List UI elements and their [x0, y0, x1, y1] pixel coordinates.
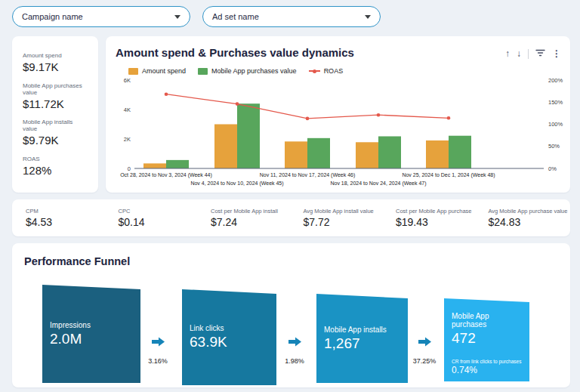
scorecard-amount-spend: Amount spend $9.17K	[23, 52, 88, 73]
roas-line[interactable]	[166, 94, 449, 119]
funnel-sub-value: 0.74%	[452, 365, 522, 375]
bar-purchases-week-4[interactable]	[449, 136, 471, 168]
funnel-transition-3: 37.25%	[403, 337, 446, 365]
kpi-value: $0.14	[119, 216, 199, 228]
funnel-step-label: Mobile App installs	[324, 326, 400, 334]
left-axis-tick: 4K	[124, 106, 131, 113]
campaign-filter-dropdown[interactable]: Campaign name	[12, 6, 190, 27]
bar-spend-week-1[interactable]	[214, 125, 237, 169]
right-axis-tick: 200%	[548, 77, 563, 84]
scorecard-panel: Amount spend $9.17K Mobile App purchases…	[12, 36, 98, 193]
kpi-value: $7.24	[211, 216, 292, 228]
conversion-rate: 1.98%	[285, 357, 304, 365]
bar-spend-week-4[interactable]	[426, 140, 449, 168]
funnel-step-value: 472	[452, 330, 522, 347]
kpi-value: $4.53	[26, 216, 106, 228]
scorecard-installs-value: Mobile App installs value $9.79K	[23, 119, 88, 147]
chevron-down-icon	[174, 15, 180, 19]
roas-point-week-0[interactable]	[165, 92, 168, 96]
adset-filter-label: Ad set name	[212, 12, 365, 21]
roas-point-week-2[interactable]	[306, 117, 310, 121]
x-axis-label-week-4: Nov 25, 2024 to Dec 1, 2024 (Week 48)	[402, 172, 495, 178]
left-axis-tick: 0	[128, 165, 131, 172]
adset-filter-dropdown[interactable]: Ad set name	[202, 6, 381, 27]
kpi-strip: CPM $4.53 CPC $0.14 Cost per Mobile App …	[12, 199, 570, 236]
dynamics-chart-card: Amount spend & Purchases value dynamics …	[106, 36, 570, 193]
metric-value: $9.17K	[23, 60, 88, 73]
funnel-step-value: 63.9K	[190, 334, 269, 350]
scorecard-roas: ROAS 128%	[23, 156, 88, 177]
x-axis-label-week-2: Nov 11, 2024 to Nov 17, 2024 (Week 46)	[260, 172, 356, 178]
funnel-step-label: Mobile App purchases	[452, 312, 522, 329]
metric-label: Mobile App purchases value	[23, 82, 88, 96]
roas-point-week-1[interactable]	[236, 102, 239, 106]
kpi-label: Avg Mobile App purchase value	[489, 208, 569, 215]
metric-label: Mobile App installs value	[23, 119, 88, 132]
kpi-label: CPC	[119, 208, 199, 215]
left-axis-tick: 6K	[124, 77, 131, 84]
right-axis-tick: 0%	[548, 165, 557, 172]
kpi-cost-per-purchase: Cost per Mobile App purchase $19.43	[384, 208, 477, 228]
right-arrow-icon	[152, 337, 165, 347]
kpi-label: CPM	[26, 208, 106, 215]
performance-funnel-card: Performance Funnel Impressions 2.0M Link…	[12, 243, 570, 387]
metric-value: 128%	[23, 164, 88, 177]
funnel-sub-label: CR from link clicks to purchases	[452, 359, 522, 364]
kpi-cpc: CPC $0.14	[106, 208, 199, 228]
bar-purchases-week-2[interactable]	[307, 138, 330, 168]
funnel-title: Performance Funnel	[24, 255, 130, 267]
funnel-step-impressions[interactable]: Impressions 2.0M	[42, 285, 140, 383]
kpi-value: $24.83	[489, 216, 569, 228]
right-axis-tick: 50%	[548, 143, 560, 150]
kpi-avg-purchase-value: Avg Mobile App purchase value $24.83	[477, 208, 569, 228]
bar-purchases-week-3[interactable]	[378, 136, 401, 168]
bar-spend-week-0[interactable]	[143, 163, 166, 168]
roas-point-week-3[interactable]	[377, 113, 381, 117]
roas-point-week-4[interactable]	[447, 116, 451, 120]
funnel-step-value: 2.0M	[50, 331, 133, 347]
scorecard-purchases-value: Mobile App purchases value $11.72K	[23, 82, 88, 110]
right-arrow-icon	[288, 337, 301, 347]
x-axis-label-week-0: Oct 28, 2024 to Nov 3, 2024 (Week 44)	[120, 172, 212, 178]
chevron-down-icon	[365, 15, 371, 19]
funnel-step-label: Link clicks	[190, 324, 269, 332]
kpi-label: Avg Mobile App install value	[304, 208, 384, 215]
funnel-step-link-clicks[interactable]: Link clicks 63.9K	[182, 289, 276, 385]
kpi-cpm: CPM $4.53	[14, 208, 106, 228]
campaign-filter-label: Campaign name	[22, 12, 174, 21]
metric-value: $9.79K	[23, 134, 88, 147]
kpi-avg-install-value: Avg Mobile App install value $7.72	[292, 208, 384, 228]
bar-purchases-week-0[interactable]	[166, 160, 189, 168]
right-arrow-icon	[418, 337, 431, 347]
kpi-value: $19.43	[396, 216, 477, 228]
bar-spend-week-2[interactable]	[285, 141, 307, 168]
kpi-value: $7.72	[304, 216, 384, 228]
funnel-step-label: Impressions	[50, 321, 133, 329]
funnel-step-purchases[interactable]: Mobile App purchases 472 CR from link cl…	[444, 298, 529, 381]
combo-chart-plot[interactable]: 02K4K6K0%50%100%150%200%Oct 28, 2024 to …	[106, 36, 570, 193]
kpi-label: Cost per Mobile App purchase	[396, 208, 477, 215]
funnel-step-value: 1,267	[324, 335, 400, 352]
kpi-cost-per-install: Cost per Mobile App install $7.24	[199, 208, 292, 228]
conversion-rate: 3.16%	[148, 357, 168, 365]
metric-label: ROAS	[23, 156, 88, 162]
right-axis-tick: 100%	[548, 121, 563, 128]
right-axis-tick: 150%	[548, 99, 563, 106]
funnel-step-sub: CR from link clicks to purchases 0.74%	[452, 359, 522, 375]
filter-bar: Campaign name Ad set name	[12, 6, 381, 27]
metric-label: Amount spend	[23, 52, 88, 59]
bar-purchases-week-1[interactable]	[237, 103, 260, 168]
bar-spend-week-3[interactable]	[356, 142, 378, 168]
x-axis-label-week-3: Nov 18, 2024 to Nov 24, 2024 (Week 47)	[330, 181, 426, 187]
x-axis-label-week-1: Nov 4, 2024 to Nov 10, 2024 (Week 45)	[190, 181, 283, 187]
left-axis-tick: 2K	[124, 136, 131, 143]
metric-value: $11.72K	[23, 97, 88, 110]
funnel-step-installs[interactable]: Mobile App installs 1,267	[316, 294, 408, 383]
funnel-transition-2: 1.98%	[273, 337, 316, 365]
kpi-label: Cost per Mobile App install	[211, 208, 292, 215]
funnel-transition-1: 3.16%	[137, 337, 179, 365]
conversion-rate: 37.25%	[413, 357, 437, 365]
